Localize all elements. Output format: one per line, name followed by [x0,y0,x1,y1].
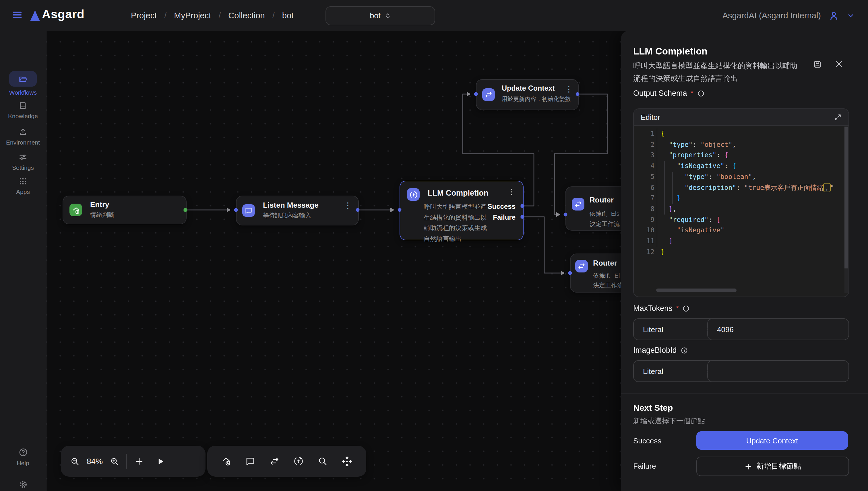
maxtokens-label: MaxTokens * [633,304,690,313]
port-label-success: Success [488,202,516,210]
swap-arrows-icon [572,198,585,210]
palette-message-icon[interactable] [245,456,255,466]
breadcrumb-myproject[interactable]: MyProject [174,11,211,20]
schema-editor: Editor 1{2 "type": "object",3 "propertie… [633,108,849,297]
editor-header: Editor [634,109,848,126]
breadcrumb-collection[interactable]: Collection [228,11,265,20]
node-description: 依據If、Els 決定工作流 [590,208,620,229]
sidebar-item-environment[interactable]: Environment [0,127,46,146]
upload-icon [18,127,28,137]
info-icon[interactable] [697,89,705,97]
swap-arrows-icon [482,88,495,101]
imageblobid-mode-select[interactable]: Literal [633,360,719,382]
node-menu-icon[interactable]: ⋮ [565,85,573,93]
panel-title: LLM Completion [633,46,707,57]
breadcrumb: Project / MyProject / Collection / bot [131,0,294,31]
node-llm-completion[interactable]: LLM Completion 呼叫大型語言模型並產 生結構化的資料輸出以 輔助流… [400,181,523,240]
info-icon[interactable] [682,304,690,312]
chevron-down-icon[interactable] [847,11,855,20]
maxtokens-value-field[interactable] [707,318,849,340]
node-menu-icon[interactable]: ⋮ [344,201,352,209]
zoom-in-button[interactable] [110,456,119,466]
palette-entry-icon[interactable] [221,456,232,466]
chat-bubble-icon [242,204,255,217]
node-update-context[interactable]: Update Context 用於更新內容，初始化變數 ⋮ [476,79,579,110]
node-subtitle: 等待訊息內容輸入 [263,212,311,220]
grid-icon [18,177,28,186]
hamburger-menu-icon[interactable] [11,9,23,21]
code-lines: 1{2 "type": "object",3 "properties": {4 … [634,128,848,257]
add-node-button[interactable] [135,457,143,465]
port-label-failure: Failure [493,213,516,222]
toolbar-divider [126,454,127,469]
node-title: LLM Completion [428,189,488,197]
user-icon[interactable] [829,10,839,21]
code-line[interactable]: 9 "required": [ [634,214,848,225]
code-line[interactable]: 7 } [634,193,848,203]
run-workflow-button[interactable] [156,457,165,465]
palette-router-icon[interactable] [269,456,279,466]
node-title: Listen Message [263,201,319,209]
code-line[interactable]: 5 "type": "boolean", [634,172,848,182]
panel-divider [621,394,868,394]
breadcrumb-bot[interactable]: bot [282,11,294,20]
workflow-select[interactable]: bot [325,6,435,25]
maxtokens-input[interactable] [708,325,848,334]
editor-vscroll-thumb[interactable] [844,127,848,268]
node-menu-icon[interactable]: ⋮ [508,187,516,196]
sidebar-item-settings[interactable]: Settings [0,152,46,171]
node-entry[interactable]: Entry 情緒判斷 [62,196,187,224]
node-listen-message[interactable]: Listen Message 等待訊息內容輸入 ⋮ [236,196,359,225]
required-mark: * [690,89,694,97]
palette-search-icon[interactable] [318,456,328,466]
sidebar-item-apps[interactable]: Apps [0,177,46,195]
close-icon[interactable] [835,60,843,68]
code-line[interactable]: 3 "properties": { [634,150,848,161]
code-line[interactable]: 8 }, [634,204,848,214]
imageblobid-value-field[interactable] [707,360,849,382]
account-menu[interactable]: AsgardAI (Asgard Internal) [723,0,855,31]
code-line[interactable]: 11 ] [634,236,848,247]
navbar: Asgard Project / MyProject / Collection … [0,0,868,31]
palette-custom-node-icon[interactable] [342,456,352,467]
node-title: Update Context [502,84,555,92]
node-description: 呼叫大型語言模型並產 生結構化的資料輸出以 輔助流程的決策或生成 自然語言輸出 [424,201,487,244]
failure-row-label: Failure [633,462,656,470]
maxtokens-mode-select[interactable]: Literal [633,318,719,340]
add-target-node-button[interactable]: 新增目標節點 [696,457,849,476]
code-line[interactable]: 12} [634,247,848,257]
next-step-title: Next Step [633,403,673,412]
expand-icon[interactable] [834,113,842,121]
llm-icon [407,188,419,201]
imageblobid-input[interactable] [708,367,848,375]
code-line[interactable]: 1{ [634,128,848,139]
swap-arrows-icon [575,260,588,272]
node-subtitle: 用於更新內容，初始化變數 [502,95,571,103]
code-line[interactable]: 6 "description": "true表示客戶有正面情緒，" [634,182,848,193]
required-mark: * [676,304,679,313]
node-subtitle: 情緒判斷 [90,211,114,219]
code-line[interactable]: 2 "type": "object", [634,139,848,150]
sidebar-item-workflows[interactable]: Workflows [0,71,46,96]
editor-hscroll-thumb[interactable] [656,289,736,292]
panel-description: 呼叫大型語言模型並產生結構化的資料輸出以輔助流程的決策或生成自然語言輸出 [633,60,803,84]
success-target-button[interactable]: Update Context [696,431,848,450]
code-line[interactable]: 4 "isNegative": { [634,161,848,171]
palette-llm-icon[interactable] [293,456,304,466]
sidebar-item-workspace[interactable]: Workspace [0,480,46,491]
code-editor[interactable]: 1{2 "type": "object",3 "properties": {4 … [634,126,848,293]
info-icon[interactable] [680,346,688,354]
code-line[interactable]: 10 "isNegative" [634,225,848,236]
brand-name: Asgard [42,7,84,21]
save-icon[interactable] [813,60,822,69]
breadcrumb-project[interactable]: Project [131,11,157,20]
zoom-level: 84% [87,457,103,466]
editor-label: Editor [641,113,660,121]
select-chevrons-icon [385,12,391,19]
node-config-panel: LLM Completion 呼叫大型語言模型並產生結構化的資料輸出以輔助流程的… [621,31,868,491]
next-step-subtitle: 新增或選擇下一個節點 [633,416,705,426]
sidebar-item-help[interactable]: Help [0,447,46,466]
zoom-out-button[interactable] [70,456,80,466]
sidebar-item-knowledge[interactable]: Knowledge [0,101,46,119]
zoom-toolbar: 84% [61,446,206,476]
